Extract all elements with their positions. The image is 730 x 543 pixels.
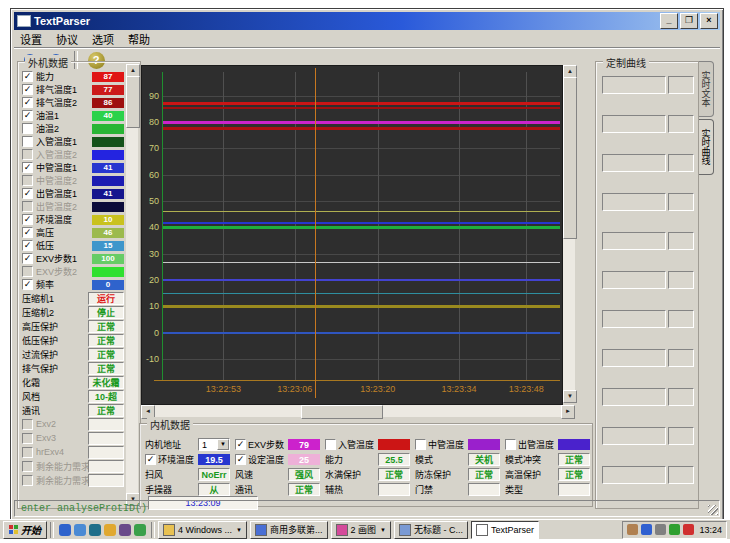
dropdown-arrow-icon[interactable]: ▼ [217, 439, 229, 450]
tray-icon-1[interactable] [627, 524, 638, 535]
checkbox[interactable] [22, 162, 33, 173]
curve-slot-color-field[interactable] [668, 76, 694, 94]
indoor-item-label-text: 手操器 [145, 483, 172, 496]
curve-slot-color-field[interactable] [668, 349, 694, 367]
series-line-中管温度1 [163, 222, 560, 224]
taskbar-button[interactable]: 4 Windows ...▼ [158, 521, 247, 539]
indoor-address-dropdown[interactable]: 1▼ [198, 438, 230, 451]
checkbox[interactable] [325, 439, 336, 450]
checkbox[interactable] [22, 123, 33, 134]
chart-vscroll-thumb[interactable] [563, 77, 577, 239]
curve-slot-field[interactable] [602, 427, 666, 445]
menu-item-协议[interactable]: 协议 [56, 31, 78, 47]
chart-scroll-down-icon[interactable]: ▼ [563, 390, 577, 403]
close-button[interactable]: × [700, 13, 718, 29]
menu-item-选项[interactable]: 选项 [92, 31, 114, 47]
quick-launch-icon-4[interactable] [104, 524, 116, 536]
curve-slot-field[interactable] [602, 310, 666, 328]
checkbox[interactable] [22, 253, 33, 264]
start-button[interactable]: 开始 [3, 521, 47, 539]
chart-vertical-scrollbar[interactable]: ▲ ▼ [563, 65, 575, 403]
tray-icon-3[interactable] [655, 524, 666, 535]
outdoor-extra-label: Exv2 [36, 419, 88, 429]
curve-slot-color-field[interactable] [668, 388, 694, 406]
checkbox[interactable] [22, 240, 33, 251]
outdoor-item-row: 中管温度2 [22, 174, 124, 187]
checkbox[interactable] [145, 454, 156, 465]
outdoor-item-row: EXV步数2 [22, 265, 124, 278]
checkbox[interactable] [22, 279, 33, 290]
curve-slot-color-field[interactable] [668, 427, 694, 445]
indoor-item-label: 模式冲突 [505, 453, 554, 466]
outdoor-item-row: 低压15 [22, 239, 124, 252]
quick-launch-icon-6[interactable] [134, 524, 146, 536]
curve-slot-field[interactable] [602, 388, 666, 406]
screen: TextParser _ ❐ × 设置协议选项帮助 + - ? 外机数据 能力8… [0, 0, 730, 543]
curve-slot-field[interactable] [602, 466, 666, 484]
left-panel-scrollbar[interactable]: ▲ ▼ [126, 64, 138, 506]
outdoor-item-label: 出管温度2 [36, 200, 92, 213]
indoor-status-value: 25.5 [378, 453, 410, 466]
checkbox[interactable] [22, 84, 33, 95]
checkbox[interactable] [22, 97, 33, 108]
checkbox[interactable] [22, 188, 33, 199]
checkbox[interactable] [505, 439, 516, 450]
taskbar-button[interactable]: 商用多联第... [250, 521, 328, 539]
checkbox[interactable] [22, 214, 33, 225]
quick-launch-icon-2[interactable] [74, 524, 86, 536]
checkbox[interactable] [22, 136, 33, 147]
tray-icon-4[interactable] [669, 524, 680, 535]
tray-icon-5[interactable] [683, 524, 694, 535]
curve-slot-color-field[interactable] [668, 115, 694, 133]
taskbar-button[interactable]: TextParser [471, 521, 539, 539]
resize-grip[interactable] [708, 505, 718, 515]
restore-button[interactable]: ❐ [680, 13, 698, 29]
curve-slot-field[interactable] [602, 271, 666, 289]
chart-horizontal-scrollbar[interactable]: ◄ ► [141, 405, 575, 417]
curve-slot-field[interactable] [602, 232, 666, 250]
y-axis-tick-label: 70 [142, 143, 159, 153]
checkbox[interactable] [22, 227, 33, 238]
series-line-低压 [163, 293, 560, 294]
curve-slot-field[interactable] [602, 154, 666, 172]
curve-slot-color-field[interactable] [668, 232, 694, 250]
checkbox[interactable] [415, 439, 426, 450]
side-tab-实时文本[interactable]: 实时文本 [699, 61, 714, 117]
chart-hscroll-thumb[interactable] [301, 405, 383, 419]
curve-slot-color-field[interactable] [668, 271, 694, 289]
curve-slot-color-field[interactable] [668, 193, 694, 211]
curve-slot-color-field[interactable] [668, 154, 694, 172]
quick-launch-icon-1[interactable] [59, 524, 71, 536]
outdoor-item-label: EXV步数1 [36, 252, 92, 265]
curve-slot-field[interactable] [602, 193, 666, 211]
checkbox[interactable] [235, 439, 246, 450]
quick-launch-icon-5[interactable] [119, 524, 131, 536]
indoor-item-label-text: 辅热 [325, 483, 343, 496]
left-scrollbar-thumb[interactable] [126, 76, 140, 128]
indoor-data-column: 入管温度能力25.5水满保护正常辅热 [325, 438, 410, 496]
outdoor-extra-value [88, 460, 124, 473]
taskbar-button[interactable]: 2 画图▼ [331, 521, 391, 539]
taskbar-button[interactable]: 无标题 - C... [394, 521, 468, 539]
menu-item-帮助[interactable]: 帮助 [128, 31, 150, 47]
checkbox[interactable] [22, 71, 33, 82]
curve-slot-color-field[interactable] [668, 310, 694, 328]
taskbar-button-icon [476, 524, 488, 536]
side-tab-实时曲线[interactable]: 实时曲线 [699, 119, 714, 175]
outdoor-data-panel: 外机数据 能力87排气温度177排气温度286油温140油温2入管温度1入管温度… [17, 61, 141, 509]
indoor-data-panel: 内机数据 内机地址1▼环境温度19.5扫风NoErr手操器从EXV步数79设定温… [139, 423, 593, 507]
checkbox[interactable] [22, 110, 33, 121]
curve-slot-color-field[interactable] [668, 466, 694, 484]
curve-slot-field[interactable] [602, 76, 666, 94]
chart-scroll-right-icon[interactable]: ► [561, 405, 575, 419]
menu-item-设置[interactable]: 设置 [20, 31, 42, 47]
checkbox[interactable] [235, 454, 246, 465]
minimize-button[interactable]: _ [660, 13, 678, 29]
quick-launch-icon-3[interactable] [89, 524, 101, 536]
curve-slot-field[interactable] [602, 349, 666, 367]
x-axis-line [154, 380, 560, 381]
indoor-item-label: 出管温度 [505, 438, 554, 451]
tray-icon-2[interactable] [641, 524, 652, 535]
time-cursor-line [315, 68, 316, 398]
curve-slot-field[interactable] [602, 115, 666, 133]
